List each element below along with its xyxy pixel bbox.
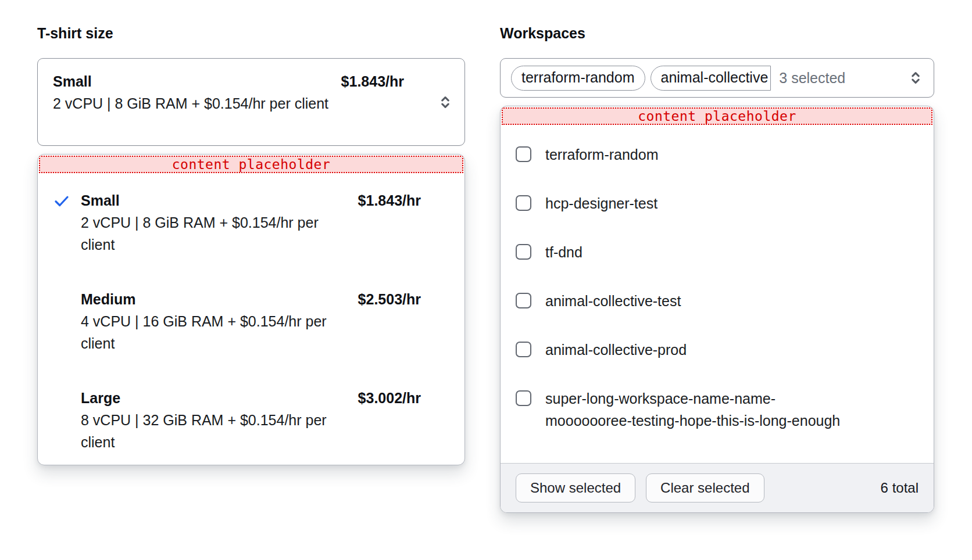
page: T-shirt size Small $1.843/hr 2 vCPU | 8 …: [0, 0, 972, 560]
option-description: 8 vCPU | 32 GiB RAM + $0.154/hr per clie…: [81, 409, 340, 453]
workspaces-label: Workspaces: [500, 24, 934, 42]
content-placeholder: content placeholder: [502, 107, 932, 125]
clear-selected-button[interactable]: Clear selected: [646, 473, 764, 502]
tshirt-size-label: T-shirt size: [37, 24, 465, 42]
checkbox[interactable]: [516, 342, 531, 357]
workspaces-field: Workspaces terraform-random animal-colle…: [500, 24, 934, 513]
workspace-tag[interactable]: terraform-random: [511, 66, 645, 91]
total-count: 6 total: [881, 480, 919, 496]
workspaces-options: terraform-random hcp-designer-test tf-dn…: [501, 126, 934, 463]
workspaces-listbox: content placeholder terraform-random hcp…: [500, 106, 934, 513]
checkbox[interactable]: [516, 244, 531, 260]
checkbox[interactable]: [516, 195, 531, 211]
tshirt-size-select-trigger[interactable]: Small $1.843/hr 2 vCPU | 8 GiB RAM + $0.…: [37, 58, 465, 146]
option-medium[interactable]: Medium $2.503/hr 4 vCPU | 16 GiB RAM + $…: [53, 288, 421, 354]
workspace-option[interactable]: terraform-random: [516, 143, 920, 166]
option-description: 2 vCPU | 8 GiB RAM + $0.154/hr per clien…: [81, 211, 340, 256]
workspace-option-label: animal-collective-prod: [545, 339, 687, 361]
option-small[interactable]: Small $1.843/hr 2 vCPU | 8 GiB RAM + $0.…: [53, 189, 421, 256]
workspace-option-label: tf-dnd: [545, 241, 583, 263]
checkbox[interactable]: [516, 293, 531, 308]
workspace-option-label: animal-collective-test: [545, 290, 681, 312]
workspace-option[interactable]: hcp-designer-test: [516, 192, 920, 214]
workspace-option-label: terraform-random: [545, 143, 659, 166]
option-title: Large: [81, 387, 358, 409]
option-large[interactable]: Large $3.002/hr 8 vCPU | 32 GiB RAM + $0…: [53, 387, 421, 453]
tshirt-size-options: Small $1.843/hr 2 vCPU | 8 GiB RAM + $0.…: [38, 174, 464, 465]
option-price: $2.503/hr: [358, 288, 421, 310]
content-placeholder: content placeholder: [39, 156, 463, 173]
workspace-tag-clipped[interactable]: animal-collective: [651, 66, 771, 91]
workspace-option-label: hcp-designer-test: [545, 192, 657, 214]
selected-option-price: $1.843/hr: [341, 70, 404, 92]
workspace-option-label: super-long-workspace-name-name-moooooore…: [545, 387, 859, 432]
selected-option-description: 2 vCPU | 8 GiB RAM + $0.154/hr per clien…: [53, 92, 349, 114]
chevron-updown-icon: [908, 70, 923, 85]
option-title: Small: [81, 189, 358, 211]
checkbox[interactable]: [516, 390, 531, 406]
option-price: $3.002/hr: [358, 387, 421, 409]
show-selected-button[interactable]: Show selected: [516, 473, 635, 502]
workspace-option[interactable]: animal-collective-test: [516, 290, 920, 312]
selected-option-row: Small $1.843/hr: [53, 70, 404, 92]
option-title: Medium: [81, 288, 358, 310]
tshirt-size-listbox: content placeholder Small $1.843/hr 2 vC…: [37, 154, 465, 465]
workspace-option[interactable]: animal-collective-prod: [516, 339, 920, 361]
workspace-option[interactable]: super-long-workspace-name-name-moooooore…: [516, 387, 920, 432]
listbox-footer: Show selected Clear selected 6 total: [501, 463, 934, 512]
selected-option-title: Small: [53, 70, 92, 92]
workspaces-select-trigger[interactable]: terraform-random animal-collective 3 sel…: [500, 58, 934, 98]
checkbox[interactable]: [516, 146, 531, 162]
option-price: $1.843/hr: [358, 189, 421, 211]
selected-count: 3 selected: [779, 70, 845, 87]
option-description: 4 vCPU | 16 GiB RAM + $0.154/hr per clie…: [81, 310, 340, 354]
workspace-option[interactable]: tf-dnd: [516, 241, 920, 263]
tshirt-size-field: T-shirt size Small $1.843/hr 2 vCPU | 8 …: [37, 24, 465, 465]
check-icon: [53, 189, 81, 211]
chevron-updown-icon: [438, 95, 453, 110]
